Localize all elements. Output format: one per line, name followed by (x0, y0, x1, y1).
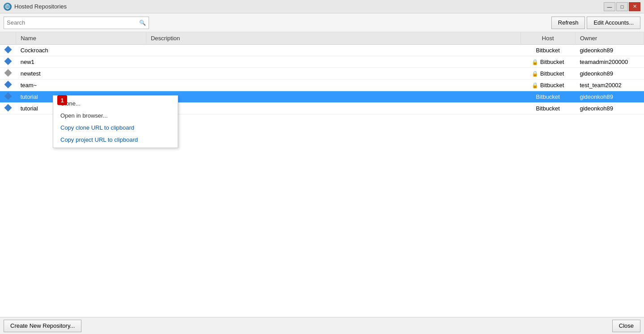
bottom-bar: Create New Repository... Close (0, 317, 644, 334)
window-controls: — □ ✕ (604, 2, 640, 11)
app-icon (4, 3, 12, 11)
search-icon: 🔍 (139, 20, 146, 26)
diamond-blue-icon (4, 58, 12, 65)
row-icon-cell (0, 68, 16, 80)
context-menu-item[interactable]: Clone... (53, 97, 178, 110)
edit-accounts-button[interactable]: Edit Accounts... (587, 17, 640, 29)
row-icon-cell (0, 103, 16, 114)
table-row[interactable]: team~🔒Bitbuckettest_team20002 (0, 80, 644, 91)
row-host: 🔒Bitbucket (520, 68, 575, 80)
title-bar: Hosted Repositories — □ ✕ (0, 0, 644, 13)
col-header-owner: Owner (575, 32, 644, 45)
row-description (146, 91, 520, 103)
context-menu-item[interactable]: Open in browser... (53, 110, 178, 122)
main-content: Name Description Host Owner CockroachBit… (0, 32, 644, 317)
search-input[interactable] (7, 19, 137, 26)
row-host: Bitbucket (520, 45, 575, 56)
context-menu-item[interactable]: Copy project URL to clipboard (53, 134, 178, 146)
toolbar-right: Refresh Edit Accounts... (551, 17, 640, 29)
lock-icon: 🔒 (532, 59, 538, 65)
row-name: new1 (16, 56, 146, 68)
row-description (146, 80, 520, 91)
row-owner: teamadmin200000 (575, 56, 644, 68)
diamond-gray-icon (4, 69, 12, 77)
row-icon-cell (0, 56, 16, 68)
step-badge: 1 (57, 95, 67, 105)
table-row[interactable]: CockroachBitbucketgideonkoh89 (0, 45, 644, 56)
row-icon-cell (0, 91, 16, 103)
minimize-button[interactable]: — (604, 2, 615, 11)
row-description (146, 45, 520, 56)
row-owner: test_team20002 (575, 80, 644, 91)
row-owner: gideonkoh89 (575, 68, 644, 80)
diamond-blue-icon (4, 93, 12, 100)
search-box[interactable]: 🔍 (4, 17, 149, 29)
close-button[interactable]: Close (612, 320, 640, 332)
lock-icon: 🔒 (532, 82, 538, 89)
app-window: Hosted Repositories — □ ✕ 🔍 Refresh Edit… (0, 0, 644, 334)
close-window-button[interactable]: ✕ (629, 2, 640, 11)
diamond-blue-icon (4, 81, 12, 89)
lock-icon: 🔒 (532, 71, 538, 77)
window-title: Hosted Repositories (14, 3, 67, 10)
col-header-host: Host (520, 32, 575, 45)
maximize-button[interactable]: □ (616, 2, 628, 11)
row-host: Bitbucket (520, 103, 575, 114)
context-menu: Clone...Open in browser...Copy clone URL… (53, 95, 178, 148)
toolbar: 🔍 Refresh Edit Accounts... (0, 13, 644, 32)
table-row[interactable]: new1🔒Bitbucketteamadmin200000 (0, 56, 644, 68)
col-header-name: Name (16, 32, 146, 45)
table-row[interactable]: newtest🔒Bitbucketgideonkoh89 (0, 68, 644, 80)
context-menu-item[interactable]: Copy clone URL to clipboard (53, 122, 178, 134)
row-description (146, 56, 520, 68)
row-owner: gideonkoh89 (575, 91, 644, 103)
title-bar-left: Hosted Repositories (4, 3, 67, 11)
row-icon-cell (0, 45, 16, 56)
row-name: Cockroach (16, 45, 146, 56)
table-header-row: Name Description Host Owner (0, 32, 644, 45)
row-owner: gideonkoh89 (575, 103, 644, 114)
row-description (146, 103, 520, 114)
row-host: 🔒Bitbucket (520, 56, 575, 68)
diamond-blue-icon (4, 104, 12, 112)
row-host: Bitbucket (520, 91, 575, 103)
row-icon-cell (0, 80, 16, 91)
create-new-repository-button[interactable]: Create New Repository... (4, 320, 81, 332)
row-name: team~ (16, 80, 146, 91)
col-header-icon (0, 32, 16, 45)
row-description (146, 68, 520, 80)
row-host: 🔒Bitbucket (520, 80, 575, 91)
col-header-description: Description (146, 32, 520, 45)
row-name: newtest (16, 68, 146, 80)
refresh-button[interactable]: Refresh (551, 17, 585, 29)
row-owner: gideonkoh89 (575, 45, 644, 56)
diamond-blue-icon (4, 46, 12, 54)
